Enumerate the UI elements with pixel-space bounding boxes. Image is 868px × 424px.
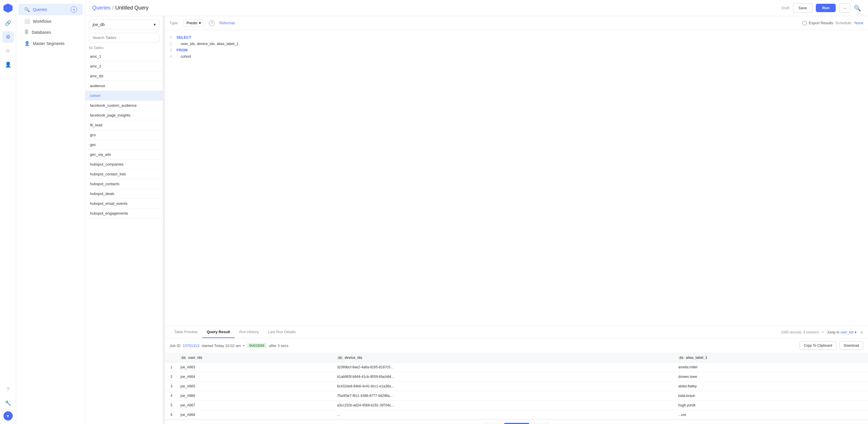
query-toolbar: Type: Presto ▾ ? Reformat Export Results… xyxy=(165,16,868,30)
jump-column[interactable]: user_ids xyxy=(841,330,854,334)
table-item[interactable]: facebook_page_insights xyxy=(85,111,163,120)
results-table: Ab user_ids Ab device_ids xyxy=(165,353,868,420)
sidebar-item-master-segments-label: Master Segments xyxy=(33,41,65,46)
search-button[interactable]: 🔍 xyxy=(854,5,861,11)
database-nav-icon[interactable]: ⊡ xyxy=(2,45,14,57)
row-number: 4 xyxy=(165,391,177,401)
table-item[interactable]: hubspot_contacts xyxy=(85,179,163,189)
code-line-4: 4 cohort xyxy=(165,54,868,60)
cell-alias-label: hugh.yundt xyxy=(674,401,868,410)
code-keyword-from: FROM xyxy=(177,48,187,52)
table-item[interactable]: hubspot_engagements xyxy=(85,209,163,218)
cell-alias-label: doreen.lowe xyxy=(674,372,868,382)
row-number: 3 xyxy=(165,382,177,391)
database-selector[interactable]: joe_db ▾ xyxy=(89,20,159,29)
top-header: Queries / Untitled Query Draft Save Run … xyxy=(85,0,868,16)
code-line-1: 1 SELECT xyxy=(165,35,868,41)
job-id-link[interactable]: 15701313 xyxy=(183,343,199,348)
breadcrumb: Queries / Untitled Query xyxy=(92,5,149,11)
sidebar-item-workflows[interactable]: ⬜ Workflows xyxy=(19,16,83,27)
sidebar-item-databases[interactable]: 🗄 Databases xyxy=(19,27,83,37)
job-status-badge: SUCCESS xyxy=(247,343,267,348)
cell-device-ids: 75a4f3e7-f911-4388-8777-0d298a... xyxy=(333,391,674,401)
table-item-cohort[interactable]: cohort xyxy=(85,91,163,101)
link-nav-icon[interactable]: 🔗 xyxy=(2,17,14,29)
run-button[interactable]: Run xyxy=(816,4,836,12)
pagination-prev-button[interactable]: ‹ xyxy=(494,423,503,424)
table-item[interactable]: audience xyxy=(85,81,163,91)
col-type-alias-label: Ab xyxy=(678,356,684,360)
table-item[interactable]: fb_lead xyxy=(85,120,163,130)
cell-user-ids: joe_A665 xyxy=(177,382,333,391)
settings-nav-icon[interactable]: ⚙ xyxy=(2,31,14,43)
job-after-text: after 3 secs xyxy=(269,343,288,348)
line-number-2: 2 xyxy=(165,41,177,46)
breadcrumb-current: Untitled Query xyxy=(115,5,149,11)
table-item[interactable]: gcs xyxy=(85,130,163,140)
help-nav-icon[interactable]: ? xyxy=(2,384,14,395)
row-number: 6 xyxy=(165,410,177,420)
col-type-device-ids: Ab xyxy=(337,356,343,360)
col-label-alias-label: alias_label_1 xyxy=(686,356,707,360)
records-info: 1000 records, 3 columns xyxy=(781,330,819,334)
job-dot: • xyxy=(243,343,245,348)
table-panel: joe_db ▾ 54 Tables amc_1 amc_2 amc_tbl a… xyxy=(85,16,163,424)
table-item[interactable]: hubspot_companies xyxy=(85,159,163,169)
cell-device-ids: 32369bcf-8ae2-4a6a-8165-8187c5... xyxy=(333,363,674,372)
sidebar-item-queries[interactable]: 🔍 Queries + xyxy=(19,4,83,15)
table-item[interactable]: amc_tbl xyxy=(85,71,163,81)
cell-user-ids: joe_A667 xyxy=(177,401,333,410)
more-button[interactable]: ··· xyxy=(839,3,850,13)
tab-table-preview[interactable]: Table Preview xyxy=(169,326,202,338)
cell-device-ids: 6c432de8-84b6-4c41-8cc1-e1a38a... xyxy=(333,382,674,391)
cell-device-ids: a3cc152b-ad24-4568-b291-39704c... xyxy=(333,401,674,410)
content-area: joe_db ▾ 54 Tables amc_1 amc_2 amc_tbl a… xyxy=(85,16,868,424)
download-button[interactable]: Download xyxy=(839,341,863,350)
cell-device-ids: ... xyxy=(333,410,674,420)
schedule-value[interactable]: None xyxy=(855,21,863,25)
help-icon[interactable]: ? xyxy=(209,20,215,26)
col-label-user-ids: user_ids xyxy=(188,356,202,360)
chevron-down-icon: ▾ xyxy=(154,22,156,27)
jump-to-select[interactable]: Jump to user_ids ▾ xyxy=(827,330,857,334)
schedule-label: Schedule: xyxy=(835,21,852,25)
table-item[interactable]: hubspot_email_events xyxy=(85,199,163,209)
code-editor[interactable]: 1 SELECT 2 user_ids, device_ids, alias_l… xyxy=(165,30,868,326)
add-query-button[interactable]: + xyxy=(71,6,77,13)
col-header-device-ids: Ab device_ids xyxy=(333,353,674,363)
table-item[interactable]: hubspot_contact_lists xyxy=(85,169,163,179)
code-line-3: 3 FROM xyxy=(165,47,868,54)
contacts-nav-icon[interactable]: 👤 xyxy=(2,59,14,70)
table-item[interactable]: gec xyxy=(85,140,163,150)
pagination-first-button[interactable]: « xyxy=(483,423,493,424)
code-content-4: cohort xyxy=(177,54,191,59)
header-right: Draft Save Run ··· 🔍 xyxy=(781,3,861,13)
table-item[interactable]: amc_2 xyxy=(85,61,163,71)
col-label-device-ids: device_ids xyxy=(345,356,362,360)
sidebar-item-master-segments[interactable]: 👤 Master Segments xyxy=(19,38,83,49)
save-button[interactable]: Save xyxy=(793,3,813,12)
app-logo[interactable] xyxy=(3,3,13,13)
table-item[interactable]: hubspot_deals xyxy=(85,189,163,199)
pagination-next-button[interactable]: › xyxy=(530,423,539,424)
tab-run-history[interactable]: Run History xyxy=(235,326,264,338)
col-header-alias-label: Ab alias_label_1 xyxy=(674,353,868,363)
tab-query-result[interactable]: Query Result xyxy=(202,326,235,338)
row-number: 5 xyxy=(165,401,177,410)
pagination-last-button[interactable]: » xyxy=(541,423,550,424)
pagination-current: 1 to 500 xyxy=(504,423,529,424)
type-selector[interactable]: Presto ▾ xyxy=(183,19,205,27)
table-item[interactable]: amc_1 xyxy=(85,52,163,61)
reformat-button[interactable]: Reformat xyxy=(219,21,235,25)
search-tables-input[interactable] xyxy=(89,33,159,42)
table-item[interactable]: gec_via_ads xyxy=(85,150,163,159)
export-checkbox[interactable] xyxy=(803,21,807,25)
collapse-button[interactable]: ∧ xyxy=(860,329,863,335)
copy-to-clipboard-button[interactable]: Copy To Clipboard xyxy=(799,341,837,350)
avatar[interactable]: ▼ xyxy=(3,411,13,421)
table-item[interactable]: facebook_custom_audience xyxy=(85,101,163,111)
tools-nav-icon[interactable]: 🔧 xyxy=(2,397,14,409)
jump-label: Jump to xyxy=(827,330,839,334)
breadcrumb-link[interactable]: Queries xyxy=(92,5,111,11)
tab-last-run-details[interactable]: Last Run Details xyxy=(264,326,300,338)
